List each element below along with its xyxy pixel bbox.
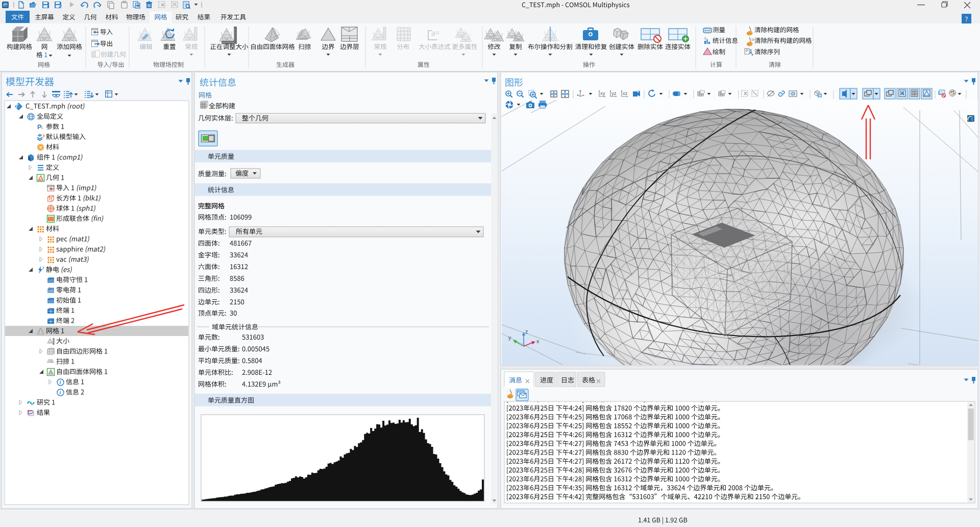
svg-text:i: i xyxy=(60,390,61,395)
svg-text:z: z xyxy=(525,328,528,334)
svg-text:D: D xyxy=(48,277,51,280)
svg-text:i: i xyxy=(41,125,43,130)
svg-text:x: x xyxy=(536,338,540,344)
svg-text:D: D xyxy=(48,297,51,300)
svg-text:P: P xyxy=(37,124,41,131)
svg-text:y: y xyxy=(508,334,511,341)
svg-text:i: i xyxy=(60,379,61,385)
svg-text:D: D xyxy=(48,287,51,290)
